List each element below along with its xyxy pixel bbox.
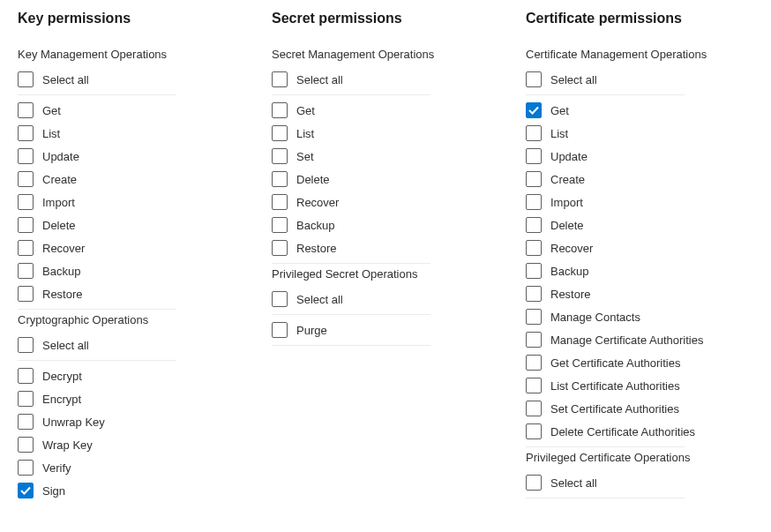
permission-checkbox[interactable]: Recover — [18, 236, 229, 259]
checkbox-label: Get — [42, 104, 61, 117]
group-title: Cryptographic Operations — [18, 313, 229, 326]
group-title: Privileged Secret Operations — [272, 267, 483, 281]
checkbox-icon — [18, 125, 34, 141]
checkbox-icon — [18, 483, 34, 498]
permission-checkbox[interactable]: Recover — [272, 191, 483, 214]
column-title: Certificate permissions — [526, 11, 737, 26]
checkbox-icon — [18, 217, 34, 233]
checkbox-icon — [18, 337, 34, 353]
divider — [526, 446, 685, 447]
permission-checkbox[interactable]: Import — [526, 191, 737, 214]
permission-checkbox[interactable]: Manage Certificate Authorities — [526, 328, 737, 351]
permission-checkbox[interactable]: Backup — [272, 214, 483, 236]
permission-checkbox[interactable]: Get Certificate Authorities — [526, 351, 737, 374]
permission-checkbox[interactable]: Encrypt — [18, 387, 229, 410]
permission-checkbox[interactable]: Get — [526, 99, 737, 122]
checkbox-icon — [18, 71, 34, 87]
checkbox-icon — [272, 322, 288, 338]
checkbox-icon — [18, 171, 34, 187]
checkbox-icon — [272, 71, 288, 87]
checkbox-icon — [18, 414, 34, 430]
divider — [272, 94, 430, 95]
permission-checkbox[interactable]: Update — [18, 145, 229, 168]
select-all-checkbox[interactable]: Select all — [526, 68, 737, 91]
secret-mgmt-group: Secret Management Operations Select all … — [272, 48, 483, 264]
checkbox-label: Import — [550, 196, 583, 209]
checkbox-icon — [526, 171, 542, 187]
select-all-checkbox[interactable]: Select all — [526, 471, 737, 494]
checkbox-label: Delete — [550, 219, 584, 232]
secret-permissions-column: Secret permissions Secret Management Ope… — [272, 11, 483, 502]
permission-checkbox[interactable]: Verify — [18, 456, 229, 479]
checkbox-icon — [526, 240, 542, 256]
select-all-checkbox[interactable]: Select all — [18, 333, 229, 356]
checkbox-icon — [18, 240, 34, 256]
checkbox-label: List — [296, 127, 314, 140]
permission-checkbox[interactable]: Delete Certificate Authorities — [526, 420, 737, 443]
checkbox-label: Restore — [550, 288, 591, 301]
permission-checkbox[interactable]: Delete — [272, 168, 483, 191]
group-title: Key Management Operations — [18, 48, 229, 61]
permission-checkbox[interactable]: Set Certificate Authorities — [526, 397, 737, 420]
checkbox-icon — [526, 286, 542, 302]
permission-checkbox[interactable]: List — [272, 122, 483, 145]
select-all-checkbox[interactable]: Select all — [272, 68, 483, 91]
checkbox-icon — [526, 378, 542, 393]
checkbox-icon — [272, 217, 288, 233]
checkbox-icon — [272, 125, 288, 141]
select-all-checkbox[interactable]: Select all — [272, 288, 483, 311]
permission-checkbox[interactable]: Purge — [272, 318, 483, 341]
permission-checkbox[interactable]: Unwrap Key — [18, 410, 229, 433]
checkbox-label: Update — [42, 150, 79, 163]
permission-checkbox[interactable]: List — [526, 122, 737, 145]
checkbox-label: List Certificate Authorities — [550, 379, 680, 393]
permission-checkbox[interactable]: Backup — [18, 259, 229, 282]
checkbox-icon — [526, 217, 542, 233]
checkbox-icon — [272, 102, 288, 118]
permission-checkbox[interactable]: Restore — [272, 236, 483, 259]
checkbox-icon — [18, 460, 34, 476]
checkbox-icon — [272, 171, 288, 187]
checkbox-label: Import — [42, 196, 75, 209]
permission-checkbox[interactable]: Recover — [526, 236, 737, 259]
checkbox-icon — [272, 291, 288, 307]
checkbox-label: Restore — [296, 242, 337, 255]
permission-checkbox[interactable]: Manage Contacts — [526, 305, 737, 328]
permission-checkbox[interactable]: Update — [526, 145, 737, 168]
checkbox-label: List — [42, 127, 60, 140]
permission-checkbox[interactable]: List — [18, 122, 229, 145]
checkbox-icon — [18, 194, 34, 210]
permission-checkbox[interactable]: Restore — [526, 282, 737, 305]
checkbox-label: Recover — [550, 242, 593, 255]
permission-checkbox[interactable]: Backup — [526, 259, 737, 282]
permission-checkbox[interactable]: Restore — [18, 282, 229, 305]
permission-checkbox[interactable]: Decrypt — [18, 364, 229, 387]
privileged-secret-group: Privileged Secret Operations Select all … — [272, 267, 483, 346]
permission-checkbox[interactable]: Import — [18, 191, 229, 214]
permission-checkbox[interactable]: Create — [526, 168, 737, 191]
checkbox-icon — [526, 71, 542, 87]
permission-checkbox[interactable]: Get — [18, 99, 229, 122]
permission-checkbox[interactable]: Create — [18, 168, 229, 191]
divider — [272, 263, 430, 264]
checkbox-icon — [526, 309, 542, 325]
checkbox-label: Update — [550, 150, 588, 163]
permission-checkbox[interactable]: Delete — [526, 214, 737, 236]
divider — [272, 345, 430, 346]
select-all-checkbox[interactable]: Select all — [18, 68, 229, 91]
permission-checkbox[interactable]: Set — [272, 145, 483, 168]
divider — [526, 498, 685, 498]
permission-checkbox[interactable]: Sign — [18, 479, 229, 502]
checkbox-icon — [526, 263, 542, 279]
permission-checkbox[interactable]: List Certificate Authorities — [526, 374, 737, 397]
checkbox-label: Backup — [296, 219, 334, 232]
permission-checkbox[interactable]: Get — [272, 99, 483, 122]
privileged-cert-group: Privileged Certificate Operations Select… — [526, 451, 737, 498]
crypto-ops-group: Cryptographic Operations Select all Decr… — [18, 313, 229, 502]
permission-checkbox[interactable]: Delete — [18, 214, 229, 236]
column-title: Key permissions — [18, 11, 229, 26]
group-title: Privileged Certificate Operations — [526, 451, 737, 464]
checkbox-label: Backup — [42, 265, 80, 278]
permission-checkbox[interactable]: Wrap Key — [18, 433, 229, 456]
checkbox-icon — [272, 240, 288, 256]
